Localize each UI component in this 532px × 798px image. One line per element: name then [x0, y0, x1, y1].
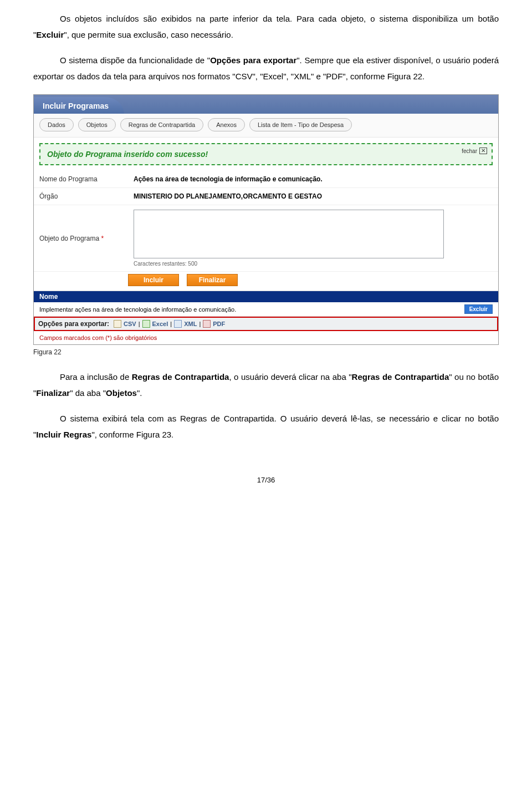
text: " da aba ": [70, 388, 106, 398]
bold-text: Regras de Contrapartida: [132, 372, 229, 382]
text: ", que permite sua exclusão, caso necess…: [64, 30, 233, 39]
export-label: Opções para exportar:: [38, 320, 109, 328]
label-objeto-programa: Objeto do Programa *: [34, 205, 128, 272]
tab-objetos[interactable]: Objetos: [78, 118, 116, 131]
separator: |: [139, 321, 140, 327]
bold-text: Excluir: [36, 30, 64, 39]
chars-remaining: Caracteres restantes: 500: [134, 261, 493, 267]
bold-text: Regras de Contrapartida: [352, 372, 449, 382]
text: Para a inclusão de: [60, 372, 132, 382]
figure-caption: Figura 22: [33, 348, 499, 356]
export-pdf-link[interactable]: PDF: [213, 321, 225, 327]
list-header: Nome: [34, 291, 498, 302]
tab-lista-item[interactable]: Lista de Item - Tipo de Despesa: [249, 118, 352, 131]
app-screenshot: Incluir Programas Dados Objetos Regras d…: [33, 94, 499, 345]
xml-icon: [174, 320, 182, 328]
incluir-button[interactable]: Incluir: [128, 274, 179, 286]
title-bar: Incluir Programas: [34, 95, 498, 114]
value-nome-programa: Ações na área de tecnologia de informaçã…: [128, 171, 498, 188]
bold-text: Finalizar: [36, 388, 70, 398]
form-table: Nome do Programa Ações na área de tecnol…: [34, 171, 498, 272]
success-text: Objeto do Programa inserido com sucesso!: [47, 150, 208, 159]
export-options: Opções para exportar: CSV | Excel | XML …: [34, 317, 498, 331]
success-message: Objeto do Programa inserido com sucesso!…: [39, 143, 493, 165]
export-excel-link[interactable]: Excel: [152, 321, 168, 327]
objeto-programa-textarea[interactable]: [134, 210, 444, 258]
action-row: Incluir Finalizar: [34, 272, 498, 291]
csv-icon: [114, 320, 121, 328]
list-row-text: Implementar ações na área de tecnologia …: [39, 306, 236, 313]
body-paragraph-3: Para a inclusão de Regras de Contraparti…: [33, 369, 499, 401]
label-text: Objeto do Programa: [39, 235, 99, 242]
text: ".: [137, 388, 142, 398]
excluir-button[interactable]: Excluir: [464, 304, 493, 314]
close-label: fechar: [462, 148, 477, 154]
body-paragraph-4: O sistema exibirá tela com as Regras de …: [33, 411, 499, 443]
bold-text: Objetos: [106, 388, 137, 398]
body-paragraph-2: O sistema dispõe da funcionalidade de "O…: [33, 53, 499, 84]
excel-icon: [142, 320, 150, 328]
page-title: Incluir Programas: [34, 97, 124, 114]
required-star: *: [101, 235, 104, 242]
export-csv-link[interactable]: CSV: [124, 321, 136, 327]
page-number: 17/36: [33, 476, 499, 484]
separator: |: [170, 321, 172, 327]
bold-text: Opções para exportar: [210, 55, 296, 65]
finalizar-button[interactable]: Finalizar: [187, 274, 238, 286]
close-message[interactable]: fechar ✕: [462, 148, 487, 154]
text: O sistema dispõe da funcionalidade de ": [60, 55, 210, 65]
separator: |: [199, 321, 201, 327]
label-nome-programa: Nome do Programa: [34, 171, 128, 188]
text: , o usuário deverá clicar na aba ": [229, 372, 351, 382]
export-xml-link[interactable]: XML: [184, 321, 197, 327]
close-icon[interactable]: ✕: [479, 148, 487, 154]
bold-text: Incluir Regras: [36, 430, 91, 439]
list-row: Implementar ações na área de tecnologia …: [34, 302, 498, 317]
text: ", conforme Figura 23.: [91, 430, 173, 439]
tab-regras-contrapartida[interactable]: Regras de Contrapartida: [120, 118, 203, 131]
label-orgao: Órgão: [34, 188, 128, 205]
value-orgao: MINISTERIO DO PLANEJAMENTO,ORCAMENTO E G…: [128, 188, 498, 205]
pdf-icon: [203, 320, 211, 328]
mandatory-note: Campos marcados com (*) são obrigatórios: [34, 331, 498, 344]
tab-anexos[interactable]: Anexos: [208, 118, 245, 131]
tab-dados[interactable]: Dados: [39, 118, 74, 131]
tab-bar: Dados Objetos Regras de Contrapartida An…: [34, 114, 498, 138]
body-paragraph-1: Os objetos incluídos são exibidos na par…: [33, 11, 499, 43]
